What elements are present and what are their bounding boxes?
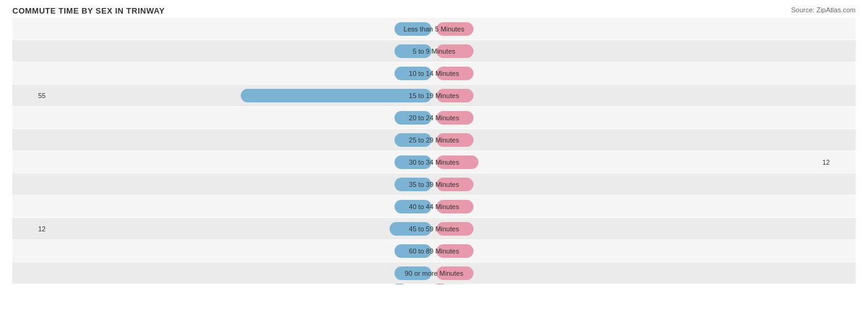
bars-wrapper: 15 to 19 Minutes [49,85,819,106]
female-bar-container [434,111,819,125]
chart-row: 5 to 9 Minutes [12,40,856,62]
male-bar-container [49,89,434,102]
row-label: 5 to 9 Minutes [412,47,455,55]
left-value: 55 [12,92,49,99]
bars-wrapper: Less than 5 Minutes [49,18,819,39]
male-bar-container [49,178,434,191]
row-label: 40 to 44 Minutes [409,203,459,210]
bars-wrapper: 60 to 89 Minutes [49,240,819,262]
chart-row: 35 to 39 Minutes [12,173,856,195]
row-label: 30 to 34 Minutes [409,159,459,166]
row-label: 20 to 24 Minutes [409,114,459,122]
chart-row: 1245 to 59 Minutes [12,218,856,239]
female-bar-container [434,155,819,169]
female-bar-container [434,67,819,80]
row-label: 15 to 19 Minutes [409,92,459,99]
bars-wrapper: 35 to 39 Minutes [49,173,819,195]
female-bar-container [434,200,819,213]
row-label: Less than 5 Minutes [404,25,464,33]
chart-row: Less than 5 Minutes [12,18,856,39]
row-label: 25 to 29 Minutes [409,136,459,144]
female-bar-container [434,22,819,36]
female-bar-container [434,133,819,147]
source-label: Source: ZipAtlas.com [791,6,856,14]
male-bar-container [49,266,434,280]
male-bar-container [49,244,434,258]
row-label: 60 to 89 Minutes [409,247,459,255]
right-value: 12 [819,159,856,166]
bars-wrapper: 5 to 9 Minutes [49,40,819,62]
male-bar-container [49,44,434,58]
row-label: 45 to 59 Minutes [409,225,459,233]
male-bar-container [49,222,434,236]
male-bar-container [49,155,434,169]
chart-row: 30 to 34 Minutes12 [12,151,856,173]
male-bar-container [49,133,434,147]
bars-wrapper: 30 to 34 Minutes [49,151,819,173]
male-bar [241,89,432,102]
row-label: 10 to 14 Minutes [409,70,459,77]
bars-wrapper: 40 to 44 Minutes [49,196,819,217]
chart-row: 40 to 44 Minutes [12,196,856,217]
male-bar-container [49,67,434,80]
bars-wrapper: 10 to 14 Minutes [49,62,819,84]
bars-wrapper: 25 to 29 Minutes [49,129,819,151]
row-label: 35 to 39 Minutes [409,181,459,188]
bars-wrapper: 20 to 24 Minutes [49,107,819,128]
female-bar-container [434,244,819,258]
female-bar-container [434,178,819,191]
female-bar-container [434,222,819,236]
female-bar-container [434,266,819,280]
female-bar-container [434,44,819,58]
chart-row: 5515 to 19 Minutes [12,85,856,106]
bars-wrapper: 90 or more Minutes [49,262,819,284]
row-label: 90 or more Minutes [405,270,464,277]
chart-row: 90 or more Minutes [12,262,856,284]
chart-row: 25 to 29 Minutes [12,129,856,151]
chart-title: COMMUTE TIME BY SEX IN TRINWAY [12,6,856,15]
chart-row: 10 to 14 Minutes [12,62,856,84]
male-bar-container [49,200,434,213]
chart-container: COMMUTE TIME BY SEX IN TRINWAY Source: Z… [0,0,868,322]
chart-area: Less than 5 Minutes5 to 9 Minutes10 to 1… [12,18,856,272]
male-bar-container [49,22,434,36]
chart-row: 60 to 89 Minutes [12,240,856,262]
female-bar-container [434,89,819,102]
bars-wrapper: 45 to 59 Minutes [49,218,819,239]
male-bar-container [49,111,434,125]
left-value: 12 [12,225,49,233]
chart-row: 20 to 24 Minutes [12,107,856,128]
